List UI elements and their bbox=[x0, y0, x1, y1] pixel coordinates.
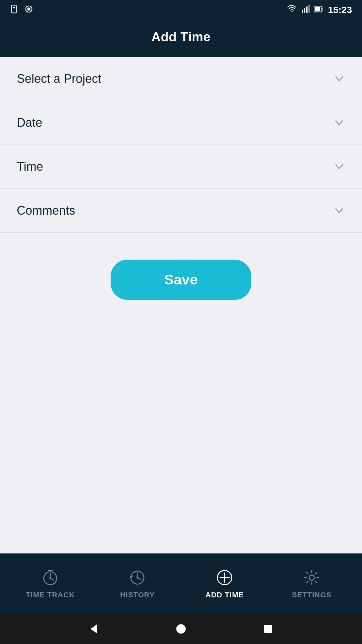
svg-rect-1 bbox=[13, 7, 15, 8]
comments-field[interactable]: Comments bbox=[0, 189, 362, 233]
nav-item-settings[interactable]: SETTINGS bbox=[268, 568, 355, 599]
time-display: 15:23 bbox=[328, 5, 352, 15]
svg-point-3 bbox=[27, 7, 30, 10]
nav-label-history: HISTORY bbox=[120, 591, 155, 599]
main-content: Select a Project Date Time Comments bbox=[0, 57, 362, 553]
signal-icon bbox=[301, 4, 310, 16]
home-button[interactable] bbox=[174, 622, 188, 636]
time-label: Time bbox=[17, 160, 43, 174]
bottom-navigation: TIME TRACK HISTORY ADD TIME SETTINGS bbox=[0, 553, 362, 614]
time-field[interactable]: Time bbox=[0, 145, 362, 189]
nav-item-history[interactable]: HISTORY bbox=[94, 568, 181, 599]
chevron-down-icon bbox=[333, 161, 345, 173]
sim-card-icon bbox=[10, 4, 19, 16]
back-button[interactable] bbox=[86, 622, 101, 636]
comments-label: Comments bbox=[17, 204, 75, 218]
page-header: Add Time bbox=[0, 20, 362, 57]
save-button[interactable]: Save bbox=[111, 260, 251, 300]
battery-icon bbox=[314, 4, 324, 16]
date-field[interactable]: Date bbox=[0, 101, 362, 145]
chevron-down-icon bbox=[333, 117, 345, 129]
nav-item-time-track[interactable]: TIME TRACK bbox=[7, 568, 94, 599]
svg-rect-5 bbox=[302, 10, 303, 13]
wifi-icon bbox=[287, 4, 297, 16]
record-icon bbox=[24, 4, 34, 16]
svg-rect-6 bbox=[304, 8, 305, 12]
svg-rect-8 bbox=[308, 5, 310, 13]
nav-label-settings: SETTINGS bbox=[292, 591, 331, 599]
chevron-down-icon bbox=[333, 205, 345, 217]
chevron-down-icon bbox=[333, 73, 345, 85]
select-project-field[interactable]: Select a Project bbox=[0, 57, 362, 101]
recent-apps-button[interactable] bbox=[261, 622, 276, 636]
svg-rect-10 bbox=[315, 7, 320, 11]
date-label: Date bbox=[17, 116, 42, 130]
nav-item-add-time[interactable]: ADD TIME bbox=[181, 568, 268, 599]
status-bar-left bbox=[10, 4, 34, 16]
page-title: Add Time bbox=[152, 30, 210, 44]
svg-line-14 bbox=[50, 578, 54, 580]
select-project-label: Select a Project bbox=[17, 72, 101, 86]
svg-line-20 bbox=[137, 578, 141, 580]
svg-point-4 bbox=[292, 11, 293, 12]
svg-marker-25 bbox=[90, 624, 97, 634]
svg-rect-0 bbox=[12, 5, 16, 13]
status-bar-right: 15:23 bbox=[287, 4, 352, 16]
svg-point-26 bbox=[176, 624, 186, 634]
android-nav-bar bbox=[0, 614, 362, 644]
status-bar: 15:23 bbox=[0, 0, 362, 20]
nav-label-time-track: TIME TRACK bbox=[26, 591, 75, 599]
spacer bbox=[0, 300, 362, 553]
svg-rect-27 bbox=[264, 625, 272, 633]
save-button-container: Save bbox=[0, 260, 362, 300]
nav-label-add-time: ADD TIME bbox=[205, 591, 244, 599]
svg-point-24 bbox=[309, 575, 314, 580]
svg-rect-7 bbox=[306, 6, 308, 12]
